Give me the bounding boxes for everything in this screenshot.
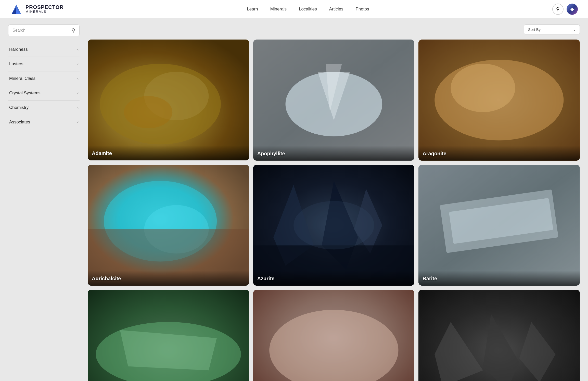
aragonite-overlay: Aragonite: [418, 146, 580, 161]
aragonite-texture: [418, 40, 580, 161]
main-content: ⚲ Hardness ‹ Lusters ‹ Mineral Class ‹ C…: [0, 18, 588, 381]
nav-learn[interactable]: Learn: [247, 7, 258, 12]
sort-select[interactable]: Sort By Name A-Z Name Z-A Most Popular R…: [524, 24, 580, 34]
barite-label: Barite: [423, 276, 437, 281]
nav-photos[interactable]: Photos: [356, 7, 369, 12]
aragonite-label: Aragonite: [423, 151, 446, 156]
logo-text: PROSPECTOR MINERALS: [25, 4, 64, 14]
chevron-lusters-icon: ‹: [77, 62, 79, 66]
card-row3-1[interactable]: [88, 290, 249, 381]
svg-point-7: [124, 96, 172, 128]
card-adamite[interactable]: Adamite: [88, 40, 249, 160]
card-azurite[interactable]: Azurite: [253, 165, 415, 286]
main-nav: Learn Minerals Localities Articles Photo…: [247, 7, 369, 12]
row3-2-texture: [253, 290, 415, 381]
user-avatar[interactable]: ◆: [567, 4, 578, 15]
chevron-hardness-icon: ‹: [77, 47, 79, 52]
minerals-section: Sort By Name A-Z Name Z-A Most Popular R…: [88, 24, 580, 381]
card-aurichalcite[interactable]: Aurichalcite: [88, 165, 249, 286]
header-search-icon: ⚲: [556, 6, 559, 12]
row3-1-texture: [88, 290, 249, 381]
chevron-chemistry-icon: ‹: [77, 105, 79, 110]
apophyllite-label: Apophyllite: [257, 151, 285, 156]
svg-point-16: [451, 64, 515, 112]
filter-associates[interactable]: Associates ‹: [8, 115, 80, 129]
header-search-button[interactable]: ⚲: [552, 4, 564, 15]
logo-title: PROSPECTOR: [25, 4, 64, 10]
svg-point-26: [293, 201, 374, 249]
filter-crystal-systems[interactable]: Crystal Systems ‹: [8, 86, 80, 100]
chevron-associates-icon: ‹: [77, 120, 79, 124]
search-icon: ⚲: [71, 28, 75, 33]
minerals-grid: Adamite: [88, 40, 580, 381]
chevron-mineral-class-icon: ‹: [77, 76, 79, 81]
azurite-texture: [253, 165, 415, 286]
aurichalcite-overlay: Aurichalcite: [88, 271, 249, 286]
card-row3-2[interactable]: [253, 290, 415, 381]
barite-texture: [418, 165, 580, 286]
filter-chemistry[interactable]: Chemistry ‹: [8, 100, 80, 115]
nav-localities[interactable]: Localities: [299, 7, 317, 12]
search-submit-button[interactable]: ⚲: [71, 27, 75, 33]
azurite-label: Azurite: [257, 276, 275, 281]
logo-area[interactable]: PROSPECTOR MINERALS: [10, 3, 64, 15]
filter-mineral-class[interactable]: Mineral Class ‹: [8, 71, 80, 86]
filter-lusters[interactable]: Lusters ‹: [8, 57, 80, 71]
search-box[interactable]: ⚲: [8, 24, 80, 36]
barite-overlay: Barite: [418, 271, 580, 286]
nav-articles[interactable]: Articles: [329, 7, 343, 12]
avatar-icon: ◆: [570, 6, 574, 12]
card-aragonite[interactable]: Aragonite: [418, 40, 580, 161]
logo-icon: [10, 3, 22, 15]
azurite-overlay: Azurite: [253, 271, 415, 286]
card-barite[interactable]: Barite: [418, 165, 580, 286]
adamite-texture: [88, 40, 249, 160]
header-right: ⚲ ◆: [552, 4, 578, 15]
adamite-label: Adamite: [92, 150, 112, 156]
row3-3-texture: [418, 290, 580, 381]
card-row3-3[interactable]: [418, 290, 580, 381]
aurichalcite-texture: [88, 165, 249, 286]
svg-rect-6: [88, 40, 249, 160]
chevron-crystal-systems-icon: ‹: [77, 91, 79, 95]
sort-bar: Sort By Name A-Z Name Z-A Most Popular R…: [88, 24, 580, 34]
apophyllite-overlay: Apophyllite: [253, 146, 415, 161]
header: PROSPECTOR MINERALS Learn Minerals Local…: [0, 0, 588, 18]
sidebar: ⚲ Hardness ‹ Lusters ‹ Mineral Class ‹ C…: [8, 24, 80, 381]
nav-minerals[interactable]: Minerals: [270, 7, 287, 12]
logo-subtitle: MINERALS: [25, 10, 64, 14]
adamite-overlay: Adamite: [88, 145, 249, 160]
sort-wrapper: Sort By Name A-Z Name Z-A Most Popular R…: [524, 24, 580, 34]
aurichalcite-label: Aurichalcite: [92, 276, 121, 281]
search-input[interactable]: [12, 28, 69, 33]
filter-hardness[interactable]: Hardness ‹: [8, 42, 80, 57]
card-apophyllite[interactable]: Apophyllite: [253, 40, 415, 161]
apophyllite-texture: [253, 40, 415, 161]
